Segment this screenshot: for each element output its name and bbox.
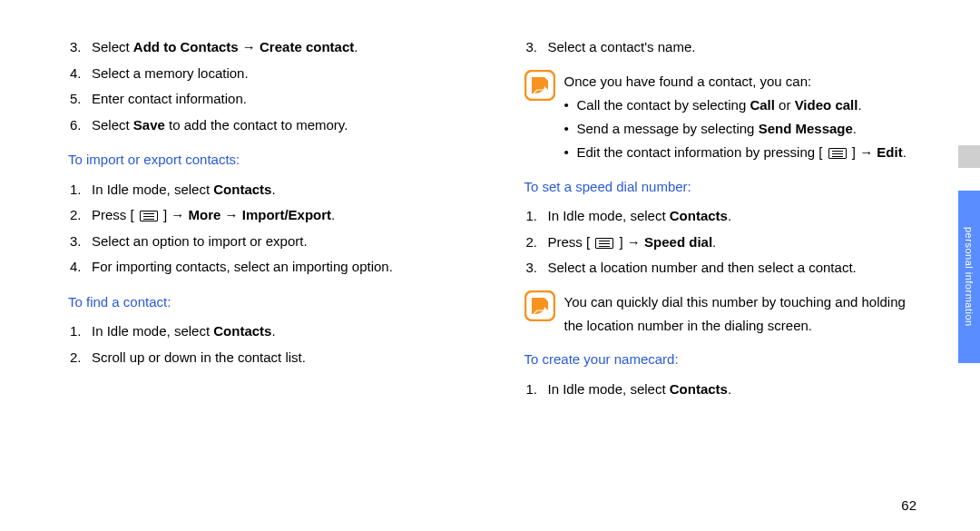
text: Call the contact by selecting [577,97,750,113]
bold-text: Video call [795,97,858,113]
ordinal: 4. [68,61,92,87]
list-item: 5. Enter contact information. [68,86,470,113]
menu-icon [140,211,158,221]
ordinal: 2. [68,202,92,229]
step-text: Press [ ] → Speed dial. [548,230,926,256]
bold-text: Edit [877,144,902,160]
bold-text: Speed dial [644,234,712,250]
list-item: 1. In Idle mode, select Contacts. [68,177,470,203]
text: . [271,182,275,197]
step-text: For importing contacts, select an import… [92,254,470,280]
step-text: Select Add to Contacts → Create contact. [92,34,470,61]
bold-text: Contacts [670,381,728,397]
section-tab: personal information [958,191,980,363]
ordinal: 3. [68,229,92,255]
text: . [354,39,358,54]
text: . [271,323,275,339]
bullet-dot: • [564,141,577,164]
arrow: → [220,207,241,222]
list-item: 2. Press [ ] → Speed dial. [524,230,926,256]
note-intro: Once you have found a contact, you can: [564,70,926,93]
text: . [728,381,731,397]
bold-text: Add to Contacts [133,39,239,54]
list-item: 2. Press [ ] → More → Import/Export. [68,202,470,229]
list-item: 1. In Idle mode, select Contacts. [524,203,926,230]
text: ] → [160,207,189,222]
list-item: 2. Scroll up or down in the contact list… [68,345,470,371]
side-tab-gap [958,145,980,168]
ordinal: 1. [524,377,548,403]
text: In Idle mode, select [548,208,670,223]
columns: 3. Select Add to Contacts → Create conta… [68,34,926,402]
ordinal: 5. [68,86,92,113]
text: to add the contact to memory. [165,117,348,133]
text: Press [ [92,207,138,222]
menu-icon [828,148,847,159]
arrow: → [239,39,260,54]
text: Edit the contact information by pressing… [577,144,827,160]
ordinal: 6. [68,113,92,139]
step-text: Select Save to add the contact to memory… [92,113,470,139]
ordinal: 1. [68,177,92,203]
step-text: In Idle mode, select Contacts. [92,319,470,345]
bullet-text: Send a message by selecting Send Message… [577,117,858,141]
text: In Idle mode, select [92,323,213,339]
text: or [775,97,795,113]
bold-text: More [189,207,221,222]
text: In Idle mode, select [92,182,213,197]
ordinal: 3. [68,34,92,61]
note-bullet: • Call the contact by selecting Call or … [564,93,926,117]
bold-text: Contacts [213,182,271,197]
bold-text: Import/Export [242,207,331,222]
bullet-text: Call the contact by selecting Call or Vi… [577,93,862,117]
text: In Idle mode, select [548,381,670,397]
text: . [728,208,731,223]
list-item: 3. Select a contact's name. [524,34,926,61]
ordinal: 1. [524,203,548,230]
list-item: 1. In Idle mode, select Contacts. [68,319,470,345]
note-icon [524,290,555,321]
bold-text: Create contact [260,39,354,54]
note-bullet: • Send a message by selecting Send Messa… [564,117,926,141]
list-item: 3. Select a location number and then sel… [524,255,926,281]
bold-text: Send Message [759,121,853,136]
section-heading-find-contact: To find a contact: [68,290,470,316]
ordinal: 3. [524,34,548,61]
step-text: In Idle mode, select Contacts. [92,177,470,203]
text: Select [92,39,133,54]
section-heading-speed-dial: To set a speed dial number: [524,174,926,201]
note-icon [524,70,555,101]
text: . [853,121,857,136]
ordinal: 3. [524,255,548,281]
note-bullet: • Edit the contact information by pressi… [564,141,926,164]
text: Select [92,117,133,133]
note-box: You can quickly dial this number by touc… [524,290,926,339]
ordinal: 2. [68,345,92,371]
text: . [712,234,716,250]
bold-text: Save [133,117,165,133]
list-item: 4. For importing contacts, select an imp… [68,254,470,280]
step-text: Press [ ] → More → Import/Export. [92,202,470,229]
text: ] → [848,144,877,160]
section-tab-label: personal information [964,227,975,327]
note-box: Once you have found a contact, you can: … [524,70,926,165]
section-heading-namecard: To create your namecard: [524,347,926,373]
list-item: 3. Select an option to import or export. [68,229,470,255]
step-text: In Idle mode, select Contacts. [548,377,926,403]
ordinal: 4. [68,254,92,280]
list-item: 3. Select Add to Contacts → Create conta… [68,34,470,61]
text: . [331,207,335,222]
note-text: You can quickly dial this number by touc… [564,290,926,339]
section-heading-import-export: To import or export contacts: [68,147,470,173]
manual-page: 3. Select Add to Contacts → Create conta… [0,0,980,531]
text: . [903,144,906,160]
bold-text: Contacts [670,208,728,223]
step-text: In Idle mode, select Contacts. [548,203,926,230]
text: ] → [615,234,644,250]
menu-icon [595,238,613,249]
left-column: 3. Select Add to Contacts → Create conta… [68,34,470,402]
bold-text: Call [750,97,775,113]
step-text: Select a location number and then select… [548,255,926,281]
ordinal: 1. [68,319,92,345]
step-text: Select a contact's name. [548,34,926,61]
